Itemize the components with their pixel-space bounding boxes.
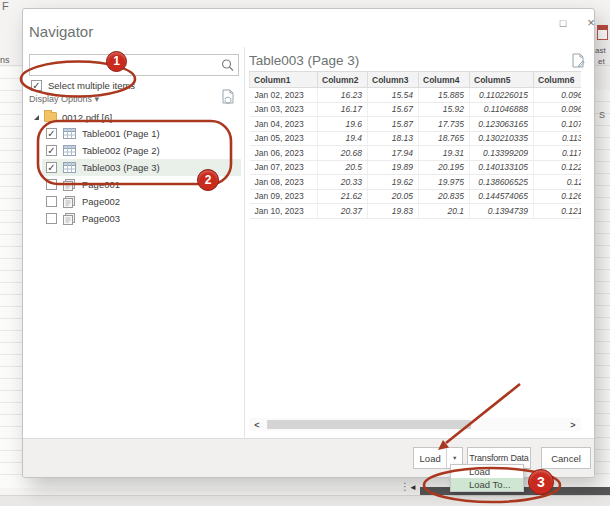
value-cell: 0.11046888 (470, 102, 534, 117)
ribbon-text-fragment: ast (595, 46, 606, 55)
value-cell: 17.735 (419, 117, 470, 132)
value-cell: 16.23 (318, 88, 368, 103)
tree-item-label: Table003 (Page 3) (82, 162, 160, 173)
date-cell: Jan 04, 2023 (250, 117, 318, 132)
date-cell: Jan 02, 2023 (250, 88, 318, 103)
scrollbar-track[interactable] (265, 420, 565, 429)
expander-icon[interactable] (34, 115, 39, 120)
value-cell: 0.110226015 (470, 88, 534, 103)
pane-divider (244, 47, 245, 441)
checkbox[interactable] (46, 196, 57, 207)
table-row: Jan 07, 202320.519.8920.1950.1401331050.… (250, 160, 582, 175)
value-cell: 0.10757 (534, 117, 582, 132)
value-cell: 19.4 (318, 131, 368, 146)
date-cell: Jan 10, 2023 (250, 204, 318, 219)
column-header-fragment: S (599, 110, 605, 120)
value-cell: 0.130210335 (470, 131, 534, 146)
value-cell: 0.1394739 (470, 204, 534, 219)
date-cell: Jan 07, 2023 (250, 160, 318, 175)
value-cell: 0.13399209 (470, 146, 534, 161)
value-cell: 20.05 (368, 189, 419, 204)
table-row: Jan 04, 202319.615.8717.7350.1230631650.… (250, 117, 582, 132)
tree-root-pdf[interactable]: 0012.pdf [6] (29, 109, 241, 125)
value-cell: 20.5 (318, 160, 368, 175)
date-cell: Jan 05, 2023 (250, 131, 318, 146)
checkbox[interactable]: ✓ (46, 162, 57, 173)
data-preview-table: Column1Column2Column3Column4Column5Colum… (249, 71, 581, 221)
checkbox[interactable] (46, 213, 57, 224)
value-cell: 16.17 (318, 102, 368, 117)
page-icon (63, 179, 76, 190)
menu-item-load[interactable]: Load (451, 465, 523, 478)
value-cell: 20.195 (419, 160, 470, 175)
tree-item-label: Page001 (82, 179, 120, 190)
page-icon (63, 196, 76, 207)
value-cell: 15.67 (368, 102, 419, 117)
column-header: Column5 (470, 72, 534, 88)
load-dropdown-menu: Load Load To... (450, 464, 524, 492)
search-icon[interactable] (221, 58, 234, 77)
tree-item[interactable]: Page003 (42, 210, 241, 227)
date-cell: Jan 09, 2023 (250, 189, 318, 204)
checkbox[interactable]: ✓ (46, 128, 57, 139)
preview-document-icon[interactable] (571, 53, 585, 73)
load-button[interactable]: Load (414, 453, 446, 464)
value-cell: 17.94 (368, 146, 419, 161)
scrollbar-thumb[interactable] (267, 420, 471, 429)
search-input[interactable] (33, 56, 218, 74)
date-cell: Jan 08, 2023 (250, 175, 318, 190)
sheet-scroll-left-icon[interactable]: ◄ (409, 483, 417, 492)
folder-icon (44, 112, 57, 122)
tree-item[interactable]: Page001 (42, 176, 241, 193)
value-cell: 20.33 (318, 175, 368, 190)
value-cell: 0.12249 (534, 160, 582, 175)
scroll-left-icon[interactable]: < (249, 420, 265, 430)
excel-grid-right (593, 90, 610, 487)
value-cell: 15.87 (368, 117, 419, 132)
date-cell: Jan 03, 2023 (250, 102, 318, 117)
select-multiple-label: Select multiple items (48, 80, 135, 91)
select-multiple-items[interactable]: ✓ Select multiple items (31, 78, 135, 92)
table-row: Jan 02, 202316.2315.5415.8850.1102260150… (250, 88, 582, 103)
value-cell: 20.835 (419, 189, 470, 204)
table-row: Jan 05, 202319.418.1318.7650.1302103350.… (250, 131, 582, 146)
value-cell: 19.83 (368, 204, 419, 219)
navigator-dialog: □ × Navigator ✓ Select multiple items Di… (22, 8, 595, 478)
value-cell: 20.1 (419, 204, 470, 219)
tree-root-label: 0012.pdf [6] (62, 112, 112, 123)
tree-item[interactable]: ✓Table001 (Page 1) (42, 125, 241, 142)
preview-scrollbar: < > (249, 418, 581, 431)
table-row: Jan 06, 202320.6817.9419.310.133992090.1… (250, 146, 582, 161)
tree-item[interactable]: ✓Table003 (Page 3) (42, 159, 241, 176)
cancel-button[interactable]: Cancel (541, 447, 591, 469)
menu-item-load-to[interactable]: Load To... (451, 478, 523, 491)
tree-item[interactable]: ✓Table002 (Page 2) (42, 142, 241, 159)
value-cell: 0.12637 (534, 189, 582, 204)
checkbox[interactable]: ✓ (46, 145, 57, 156)
tree-item[interactable]: Page002 (42, 193, 241, 210)
table-icon (63, 162, 76, 173)
checkbox[interactable]: ✓ (31, 80, 42, 91)
checkbox[interactable] (46, 179, 57, 190)
search-box (29, 54, 239, 76)
table-icon (63, 128, 76, 139)
value-cell: 20.37 (318, 204, 368, 219)
table-icon (63, 145, 76, 156)
display-options-dropdown[interactable]: Display Options ▾ (29, 94, 99, 104)
close-button[interactable]: × (582, 15, 600, 31)
value-cell: 0.138606525 (470, 175, 534, 190)
maximize-button[interactable]: □ (554, 15, 572, 31)
scroll-right-icon[interactable]: > (565, 420, 581, 430)
value-cell: 20.68 (318, 146, 368, 161)
column-header: Column2 (318, 72, 368, 88)
tree-item-label: Table002 (Page 2) (82, 145, 160, 156)
value-cell: 19.62 (368, 175, 419, 190)
excel-status-bar (0, 495, 610, 506)
value-cell: 15.92 (419, 102, 470, 117)
page-icon (63, 213, 76, 224)
value-cell: 0.09656 (534, 102, 582, 117)
value-cell: 15.885 (419, 88, 470, 103)
refresh-preview-icon[interactable] (221, 89, 235, 109)
date-cell: Jan 06, 2023 (250, 146, 318, 161)
value-cell: 0.144574065 (470, 189, 534, 204)
